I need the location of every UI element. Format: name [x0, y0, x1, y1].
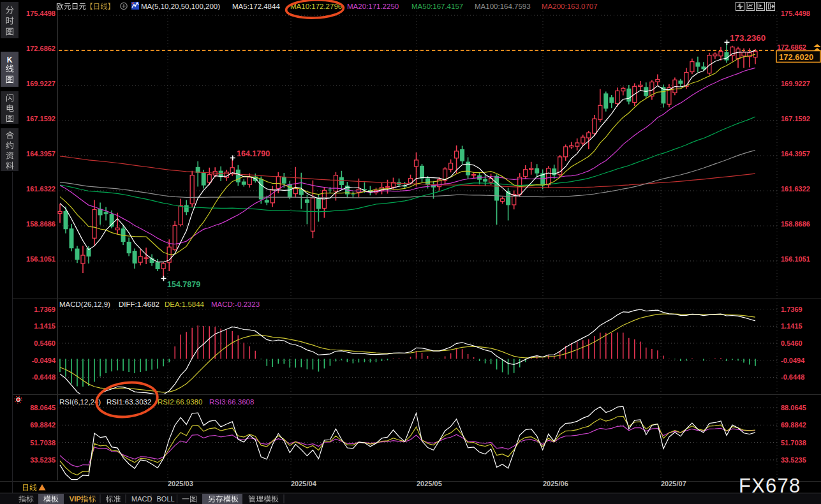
svg-text:156.1051: 156.1051	[781, 255, 810, 263]
svg-text:1.1415: 1.1415	[781, 322, 803, 330]
svg-text:173.2360: 173.2360	[730, 33, 766, 43]
svg-text:156.1051: 156.1051	[26, 255, 55, 263]
svg-text:158.8686: 158.8686	[781, 220, 810, 228]
svg-text:0.5460: 0.5460	[781, 339, 803, 347]
svg-text:RSI1:63.3032: RSI1:63.3032	[107, 398, 151, 406]
svg-text:88.0645: 88.0645	[781, 404, 806, 411]
svg-text:MACD(26,12,9): MACD(26,12,9)	[59, 300, 110, 308]
svg-text:33.5235: 33.5235	[781, 456, 806, 464]
svg-text:175.4498: 175.4498	[26, 10, 55, 17]
svg-text:1.1415: 1.1415	[34, 322, 55, 330]
svg-text:158.8686: 158.8686	[26, 220, 55, 228]
svg-text:69.8842: 69.8842	[781, 421, 806, 429]
svg-text:BOLL: BOLL	[157, 495, 175, 503]
svg-text:33.5235: 33.5235	[30, 456, 55, 464]
svg-text:1.7369: 1.7369	[34, 306, 55, 313]
svg-text:RSI2:66.9380: RSI2:66.9380	[158, 398, 202, 406]
svg-text:161.6322: 161.6322	[781, 185, 810, 193]
svg-text:MA50:167.4157: MA50:167.4157	[411, 3, 463, 10]
svg-text:RSI(6,12,24): RSI(6,12,24)	[59, 398, 101, 406]
svg-text:-0.0494: -0.0494	[781, 357, 805, 364]
svg-text:0.5460: 0.5460	[34, 339, 55, 347]
svg-text:161.6322: 161.6322	[26, 185, 55, 193]
svg-text:K: K	[7, 56, 13, 64]
svg-text:2025/07: 2025/07	[661, 480, 686, 487]
svg-text:MA10:172.2796: MA10:172.2796	[290, 3, 342, 10]
svg-text:154.7879: 154.7879	[167, 280, 200, 289]
svg-text:167.1592: 167.1592	[26, 115, 55, 122]
svg-text:172.6862: 172.6862	[26, 45, 55, 52]
svg-text:175.4498: 175.4498	[781, 10, 810, 17]
svg-text:MACD:-0.2323: MACD:-0.2323	[211, 300, 260, 308]
svg-text:MA20:171.2250: MA20:171.2250	[347, 3, 399, 10]
svg-text:MA200:163.0707: MA200:163.0707	[542, 3, 598, 10]
svg-text:RSI3:66.3608: RSI3:66.3608	[209, 398, 254, 406]
svg-text:DIFF:1.4682: DIFF:1.4682	[119, 300, 159, 308]
svg-text:-0.0494: -0.0494	[32, 357, 56, 364]
svg-text:164.3957: 164.3957	[781, 150, 810, 158]
svg-text:DEA:1.5844: DEA:1.5844	[165, 300, 205, 308]
svg-text:88.0645: 88.0645	[30, 404, 55, 411]
svg-text:169.9227: 169.9227	[26, 80, 55, 87]
svg-text:MA5:172.4844: MA5:172.4844	[232, 3, 280, 10]
svg-text:172.6862: 172.6862	[777, 43, 806, 51]
svg-text:-0.6448: -0.6448	[781, 373, 804, 381]
svg-text:MA(5,10,20,50,100,200): MA(5,10,20,50,100,200)	[141, 3, 220, 10]
svg-text:51.7038: 51.7038	[30, 439, 55, 447]
svg-text:MA100:164.7593: MA100:164.7593	[475, 3, 531, 10]
svg-text:51.7038: 51.7038	[781, 439, 806, 447]
svg-text:169.9227: 169.9227	[781, 80, 810, 87]
svg-text:164.3957: 164.3957	[26, 150, 55, 158]
svg-text:2025/04: 2025/04	[291, 480, 317, 487]
svg-text:VIP: VIP	[70, 495, 82, 503]
svg-text:2025/05: 2025/05	[417, 480, 442, 487]
svg-text:1.7369: 1.7369	[781, 306, 803, 313]
svg-text:2025/06: 2025/06	[543, 480, 568, 487]
svg-text:69.8842: 69.8842	[30, 421, 55, 429]
svg-text:MACD: MACD	[131, 495, 152, 503]
svg-text:-0.6448: -0.6448	[32, 373, 55, 381]
svg-text:164.1790: 164.1790	[237, 149, 270, 158]
svg-text:172.6020: 172.6020	[779, 52, 813, 62]
svg-text:167.1592: 167.1592	[781, 115, 810, 122]
svg-text:2025/03: 2025/03	[168, 480, 193, 487]
